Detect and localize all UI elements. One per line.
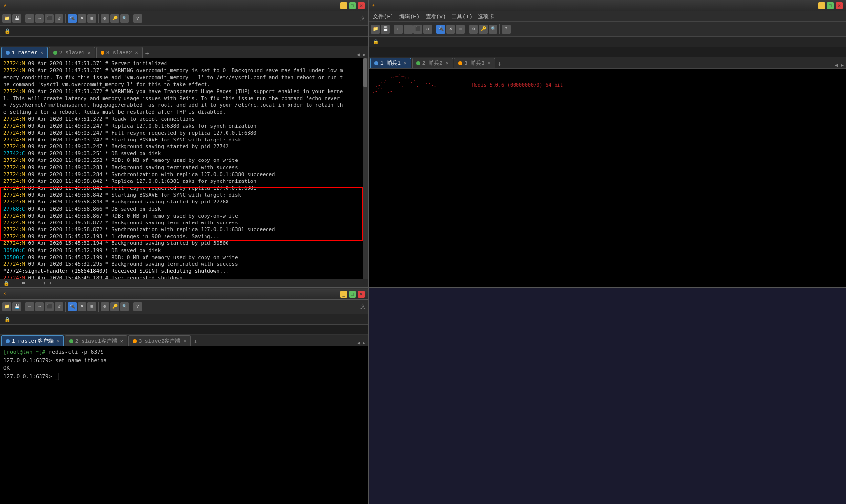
menu-tools[interactable]: 工具(T) [452,13,472,20]
master-tab2-close[interactable]: ✕ [88,50,91,56]
sentinel-sep2 [434,24,434,34]
sentinel-toolbar-search[interactable]: 🔍 [489,25,497,34]
sentinel-tab1-close[interactable]: ✕ [404,60,407,66]
sentinel-tab-2[interactable]: 2 哨兵2 ✕ [412,58,453,68]
sentinel-toolbar-stop[interactable]: ⬛ [413,25,422,34]
client-content-text: [root@lwh ~]# redis-cli -p 6379 127.0.0.… [3,348,365,381]
master-tab-prev[interactable]: ◀ [356,52,361,58]
master-tab-add[interactable]: + [145,50,149,58]
client-tab1-close[interactable]: ✕ [57,338,60,344]
client-tab-1[interactable]: 1 master客户端 ✕ [1,335,64,346]
sentinel-close-btn[interactable]: ✕ [836,2,843,9]
client-maximize-btn[interactable]: □ [349,291,356,298]
sentinel-tab2-close[interactable]: ✕ [446,60,449,66]
master-tab-2[interactable]: 2 slave1 ✕ [49,47,95,58]
client-toolbar-connect[interactable]: 🔌 [68,302,77,311]
toolbar-new-icon[interactable]: 📁 [2,14,11,23]
client-tab-prev[interactable]: ◀ [356,340,361,346]
sentinel-toolbar-fwd[interactable]: → [404,25,413,34]
master-tab1-close[interactable]: ✕ [41,50,43,56]
client-minimize-btn[interactable]: _ [340,291,347,298]
master-conn-bar [0,37,368,46]
sentinel-tab-next[interactable]: ▶ [840,62,845,68]
toolbar-help-icon[interactable]: ? [133,14,142,23]
client-tab3-close[interactable]: ✕ [184,338,186,344]
client-terminal-content[interactable]: [root@lwh ~]# redis-cli -p 6379 127.0.0.… [0,346,368,504]
master-close-btn[interactable]: ✕ [358,2,365,9]
master-tab3-label: 3 slave2 [106,50,132,56]
sentinel-tab-add[interactable]: + [498,60,502,68]
client-toolbar-new[interactable]: 📁 [2,302,11,311]
sentinel-toolbar-refresh[interactable]: ↺ [423,25,432,34]
client-tab-bar: 1 master客户端 ✕ 2 slave1客户端 ✕ 3 slave2客户端 … [0,335,368,346]
toolbar-tab-icon[interactable]: ⊞ [87,14,96,23]
sentinel-tab-1[interactable]: 1 哨兵1 ✕ [370,58,411,68]
toolbar-disconnect-icon[interactable]: ✖ [78,14,86,23]
menu-file[interactable]: 文件(F) [373,13,393,20]
menu-tabs[interactable]: 选项卡 [478,13,494,20]
master-minimize-btn[interactable]: _ [340,2,347,9]
menu-view[interactable]: 查看(V) [426,13,446,20]
sentinel-toolbar-settings[interactable]: ⚙ [469,25,478,34]
client-toolbar-disconnect[interactable]: ✖ [78,302,86,311]
client-tab-add[interactable]: + [194,338,198,346]
sentinel-toolbar-save[interactable]: 💾 [381,25,390,34]
master-terminal-content[interactable]: 27724:M 09 Apr 2020 11:47:51.371 # Serve… [0,58,368,279]
client-tab-2[interactable]: 2 slave1客户端 ✕ [65,335,127,346]
client-toolbar-fwd[interactable]: → [35,302,44,311]
sentinel-address-bar: 🔒 [369,37,846,47]
client-toolbar-settings[interactable]: ⚙ [101,302,109,311]
toolbar-connect-icon[interactable]: 🔌 [68,14,77,23]
toolbar-save-icon[interactable]: 💾 [12,14,21,23]
client-toolbar-help[interactable]: ? [133,302,142,311]
sentinel-toolbar-tab[interactable]: ⊞ [456,25,465,34]
master-tab-nav: ◀ ▶ [356,52,367,58]
menu-edit[interactable]: 编辑(E) [399,13,420,20]
client-tab-3[interactable]: 3 slave2客户端 ✕ [128,335,191,346]
toolbar-stop-icon[interactable]: ⬛ [45,14,54,23]
sentinel-tab-3[interactable]: 3 哨兵3 ✕ [454,58,495,68]
left-column: ⚡ _ □ ✕ 📁 💾 ← → ⬛ ↺ 🔌 ✖ ⊞ [0,0,369,504]
master-tab-1[interactable]: 1 master ✕ [1,47,48,58]
toolbar-back-icon[interactable]: ← [25,14,34,23]
client-toolbar-tab[interactable]: ⊞ [87,302,96,311]
toolbar-refresh-icon[interactable]: ↺ [55,14,63,23]
master-tab-next[interactable]: ▶ [362,52,367,58]
sentinel-window-controls: _ □ ✕ [818,2,843,9]
sentinel-toolbar-connect[interactable]: 🔌 [436,25,445,34]
sentinel-toolbar-new[interactable]: 📁 [371,25,380,34]
sentinel-tab-prev[interactable]: ◀ [834,62,839,68]
client-toolbar: 📁 💾 ← → ⬛ ↺ 🔌 ✖ ⊞ ⚙ 🔑 🔍 ? 文 [0,300,368,314]
master-tab-3[interactable]: 3 slave2 ✕ [96,47,143,58]
master-maximize-btn[interactable]: □ [349,2,356,9]
sentinel-sep3 [467,24,467,34]
sentinel-maximize-btn[interactable]: □ [827,2,834,9]
sentinel-toolbar-key[interactable]: 🔑 [479,25,488,34]
sentinel-toolbar-back[interactable]: ← [394,25,403,34]
client-toolbar-save[interactable]: 💾 [12,302,21,311]
toolbar-settings-icon[interactable]: ⚙ [101,14,109,23]
client-toolbar-back[interactable]: ← [25,302,34,311]
right-column: ⚡ _ □ ✕ 文件(F) 编辑(E) 查看(V) 工具(T) 选项卡 📁 💾 [369,0,846,504]
toolbar-search-icon[interactable]: 🔍 [120,14,129,23]
sentinel-toolbar-disconnect[interactable]: ✖ [446,25,455,34]
sentinel-minimize-btn[interactable]: _ [818,2,825,9]
client-close-btn[interactable]: ✕ [358,291,365,298]
toolbar-forward-icon[interactable]: → [35,14,44,23]
client-toolbar-stop[interactable]: ⬛ [45,302,54,311]
sentinel-terminal-content[interactable]: _._ _.-``__ ''-._ _.-`` `. `_. ''-._ Red… [369,69,846,287]
master-tab3-close[interactable]: ✕ [135,50,138,56]
master-scrollbar-thumb[interactable] [363,58,367,87]
master-status-bar: 🔒 ⌧ ⬆ ⬇ [0,279,368,287]
client-toolbar-refresh[interactable]: ↺ [55,302,63,311]
toolbar-expand-icon[interactable]: 文 [360,15,366,22]
client-tab2-close[interactable]: ✕ [120,338,123,344]
client-toolbar-expand[interactable]: 文 [360,303,366,310]
client-tab-next[interactable]: ▶ [362,340,367,346]
client-toolbar-search[interactable]: 🔍 [120,302,129,311]
master-scrollbar[interactable] [363,58,368,279]
toolbar-key-icon[interactable]: 🔑 [110,14,119,23]
sentinel-tab3-close[interactable]: ✕ [488,60,491,66]
client-toolbar-key[interactable]: 🔑 [110,302,119,311]
sentinel-toolbar-help[interactable]: ? [502,25,511,34]
